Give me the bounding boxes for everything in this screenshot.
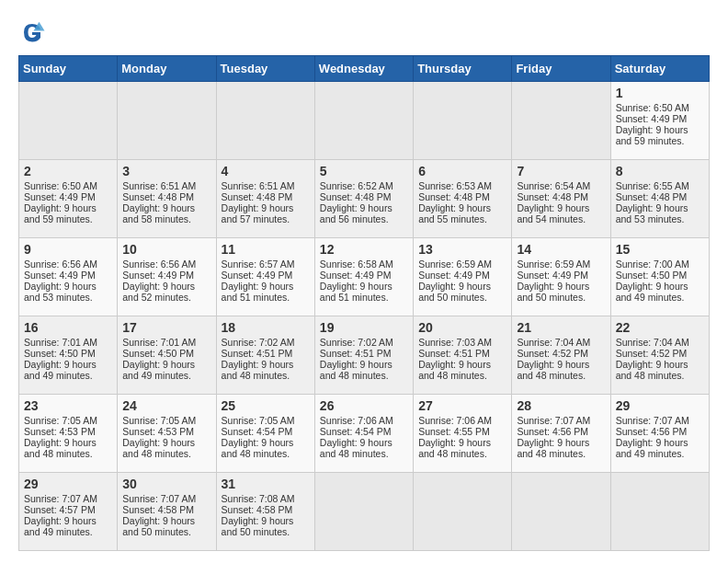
daylight: Daylight: 9 hours and 48 minutes. <box>122 437 195 459</box>
day-cell: 15Sunrise: 7:00 AMSunset: 4:50 PMDayligh… <box>610 238 709 316</box>
daylight: Daylight: 9 hours and 48 minutes. <box>24 437 97 459</box>
daylight: Daylight: 9 hours and 59 minutes. <box>24 202 97 224</box>
sunset: Sunset: 4:53 PM <box>24 426 96 437</box>
sunrise: Sunrise: 7:05 AM <box>122 415 196 426</box>
day-number: 20 <box>418 320 506 335</box>
day-cell: 24Sunrise: 7:05 AMSunset: 4:53 PMDayligh… <box>118 395 216 473</box>
day-cell: 18Sunrise: 7:02 AMSunset: 4:51 PMDayligh… <box>216 316 314 395</box>
sunset: Sunset: 4:53 PM <box>122 426 194 437</box>
day-number: 27 <box>418 398 506 413</box>
sunset: Sunset: 4:49 PM <box>418 270 490 281</box>
day-number: 22 <box>616 320 704 335</box>
day-cell: 22Sunrise: 7:04 AMSunset: 4:52 PMDayligh… <box>610 316 709 395</box>
col-header-monday: Monday <box>118 56 216 82</box>
daylight: Daylight: 9 hours and 52 minutes. <box>122 281 195 303</box>
day-cell: 26Sunrise: 7:06 AMSunset: 4:54 PMDayligh… <box>314 395 413 473</box>
sunset: Sunset: 4:54 PM <box>320 426 392 437</box>
sunrise: Sunrise: 7:07 AM <box>517 415 590 426</box>
day-number: 7 <box>517 164 605 178</box>
daylight: Daylight: 9 hours and 49 minutes. <box>122 359 195 381</box>
day-cell: 21Sunrise: 7:04 AMSunset: 4:52 PMDayligh… <box>512 316 610 395</box>
day-number: 31 <box>222 477 310 491</box>
sunset: Sunset: 4:48 PM <box>122 191 194 202</box>
day-number: 3 <box>122 164 210 178</box>
calendar-week-5: 23Sunrise: 7:05 AMSunset: 4:53 PMDayligh… <box>19 395 710 473</box>
empty-cell <box>118 82 216 160</box>
daylight: Daylight: 9 hours and 50 minutes. <box>418 281 491 303</box>
sunrise: Sunrise: 7:08 AM <box>222 493 295 504</box>
sunset: Sunset: 4:58 PM <box>122 504 194 515</box>
empty-cell <box>610 473 709 551</box>
sunrise: Sunrise: 7:05 AM <box>24 415 97 426</box>
day-cell: 8Sunrise: 6:55 AMSunset: 4:48 PMDaylight… <box>610 160 709 238</box>
daylight: Daylight: 9 hours and 48 minutes. <box>517 359 589 381</box>
daylight: Daylight: 9 hours and 48 minutes. <box>320 437 392 459</box>
sunrise: Sunrise: 7:07 AM <box>616 415 689 426</box>
daylight: Daylight: 9 hours and 48 minutes. <box>616 359 688 381</box>
sunset: Sunset: 4:49 PM <box>24 191 96 202</box>
calendar-week-1: 1Sunrise: 6:50 AMSunset: 4:49 PMDaylight… <box>19 82 710 160</box>
sunset: Sunset: 4:49 PM <box>616 113 688 124</box>
col-header-saturday: Saturday <box>610 56 709 82</box>
sunset: Sunset: 4:48 PM <box>222 191 293 202</box>
day-cell: 29Sunrise: 7:07 AMSunset: 4:56 PMDayligh… <box>610 395 709 473</box>
sunrise: Sunrise: 6:53 AM <box>418 180 492 191</box>
sunrise: Sunrise: 7:01 AM <box>122 337 196 348</box>
empty-cell <box>414 82 512 160</box>
sunrise: Sunrise: 6:56 AM <box>24 259 97 270</box>
daylight: Daylight: 9 hours and 50 minutes. <box>222 515 294 537</box>
day-cell: 2Sunrise: 6:50 AMSunset: 4:49 PMDaylight… <box>19 160 118 238</box>
sunrise: Sunrise: 6:54 AM <box>517 180 590 191</box>
day-cell: 20Sunrise: 7:03 AMSunset: 4:51 PMDayligh… <box>414 316 512 395</box>
sunrise: Sunrise: 7:00 AM <box>616 259 689 270</box>
sunrise: Sunrise: 7:02 AM <box>222 337 295 348</box>
sunrise: Sunrise: 7:05 AM <box>222 415 295 426</box>
day-number: 25 <box>222 398 310 413</box>
day-cell: 23Sunrise: 7:05 AMSunset: 4:53 PMDayligh… <box>19 395 118 473</box>
day-number: 5 <box>320 164 408 178</box>
calendar-table: SundayMondayTuesdayWednesdayThursdayFrid… <box>18 55 710 551</box>
sunset: Sunset: 4:56 PM <box>517 426 588 437</box>
sunset: Sunset: 4:50 PM <box>24 348 96 359</box>
empty-cell <box>414 473 512 551</box>
day-number: 6 <box>418 164 506 178</box>
sunrise: Sunrise: 6:58 AM <box>320 259 393 270</box>
day-number: 15 <box>616 242 704 257</box>
day-cell: 16Sunrise: 7:01 AMSunset: 4:50 PMDayligh… <box>19 316 118 395</box>
daylight: Daylight: 9 hours and 59 minutes. <box>616 124 688 146</box>
daylight: Daylight: 9 hours and 55 minutes. <box>418 202 491 224</box>
calendar-header: SundayMondayTuesdayWednesdayThursdayFrid… <box>19 56 710 82</box>
day-cell: 5Sunrise: 6:52 AMSunset: 4:48 PMDaylight… <box>314 160 413 238</box>
col-header-thursday: Thursday <box>414 56 512 82</box>
day-cell: 12Sunrise: 6:58 AMSunset: 4:49 PMDayligh… <box>314 238 413 316</box>
day-cell: 7Sunrise: 6:54 AMSunset: 4:48 PMDaylight… <box>512 160 610 238</box>
daylight: Daylight: 9 hours and 53 minutes. <box>24 281 97 303</box>
daylight: Daylight: 9 hours and 58 minutes. <box>122 202 195 224</box>
sunrise: Sunrise: 6:59 AM <box>418 259 492 270</box>
col-header-tuesday: Tuesday <box>216 56 314 82</box>
sunset: Sunset: 4:51 PM <box>418 348 490 359</box>
sunrise: Sunrise: 6:51 AM <box>222 180 295 191</box>
sunset: Sunset: 4:57 PM <box>24 504 96 515</box>
sunset: Sunset: 4:51 PM <box>320 348 392 359</box>
sunset: Sunset: 4:52 PM <box>616 348 688 359</box>
day-number: 11 <box>222 242 310 257</box>
sunset: Sunset: 4:51 PM <box>222 348 293 359</box>
daylight: Daylight: 9 hours and 50 minutes. <box>122 515 195 537</box>
day-cell: 1Sunrise: 6:50 AMSunset: 4:49 PMDaylight… <box>610 82 709 160</box>
sunrise: Sunrise: 7:06 AM <box>418 415 492 426</box>
day-number: 23 <box>24 398 112 413</box>
day-number: 14 <box>517 242 605 257</box>
logo-icon <box>18 18 46 46</box>
sunrise: Sunrise: 7:04 AM <box>517 337 590 348</box>
day-cell: 17Sunrise: 7:01 AMSunset: 4:50 PMDayligh… <box>118 316 216 395</box>
sunset: Sunset: 4:56 PM <box>616 426 688 437</box>
logo <box>18 18 50 46</box>
day-cell: 27Sunrise: 7:06 AMSunset: 4:55 PMDayligh… <box>414 395 512 473</box>
empty-cell <box>216 82 314 160</box>
sunset: Sunset: 4:55 PM <box>418 426 490 437</box>
day-number: 18 <box>222 320 310 335</box>
daylight: Daylight: 9 hours and 49 minutes. <box>616 437 688 459</box>
sunset: Sunset: 4:49 PM <box>222 270 293 281</box>
day-cell: 13Sunrise: 6:59 AMSunset: 4:49 PMDayligh… <box>414 238 512 316</box>
